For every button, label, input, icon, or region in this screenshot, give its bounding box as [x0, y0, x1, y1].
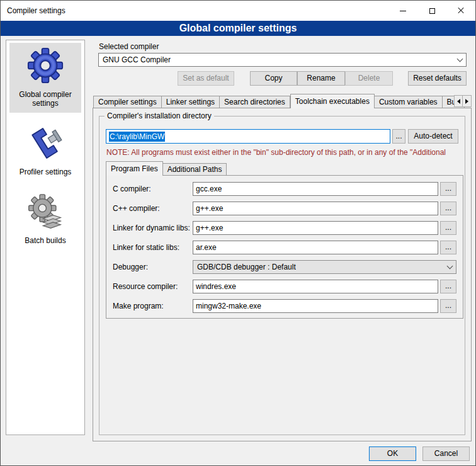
installation-directory-group-title: Compiler's installation directory: [105, 111, 214, 120]
selected-compiler-dropdown[interactable]: GNU GCC Compiler: [98, 53, 467, 67]
minimize-button[interactable]: [388, 1, 417, 21]
installation-directory-selected-text: C:\raylib\MinGW: [109, 132, 165, 142]
field-row-make-program: Make program: ...: [113, 299, 456, 313]
tab-linker-settings[interactable]: Linker settings: [162, 96, 220, 108]
arrow-right-icon: [465, 99, 468, 104]
cpp-compiler-label: C++ compiler:: [113, 204, 193, 213]
resource-compiler-label: Resource compiler:: [113, 282, 193, 291]
sidebar-item-label: Global compiler settings: [11, 90, 80, 108]
tab-scroll-right-button[interactable]: [463, 95, 472, 107]
cpp-compiler-input[interactable]: [193, 202, 438, 215]
sidebar-item-batch-builds[interactable]: Batch builds: [9, 190, 81, 250]
settings-sidebar: Global compiler settings Profiler settin…: [6, 40, 85, 435]
titlebar: Compiler settings: [1, 1, 475, 21]
debugger-value: GDB/CDB debugger : Default: [197, 263, 296, 271]
blue-gear-icon: [26, 46, 65, 85]
caption-buttons: [388, 1, 475, 21]
installation-directory-groupbox: Compiler's installation directory C:\ray…: [99, 116, 465, 435]
chevron-down-icon: [453, 54, 466, 66]
page-title: Global compiler settings: [1, 21, 475, 36]
grey-gear-stack-icon: [26, 193, 64, 231]
installation-directory-row: C:\raylib\MinGW ... Auto-detect: [106, 129, 458, 144]
maximize-button[interactable]: [417, 1, 446, 21]
make-program-input[interactable]: [193, 299, 438, 313]
field-row-static-linker: Linker for static libs: ...: [113, 241, 456, 254]
maximize-icon: [429, 8, 435, 14]
browse-directory-button[interactable]: ...: [392, 129, 405, 144]
minimize-icon: [400, 11, 406, 11]
field-row-debugger: Debugger: GDB/CDB debugger : Default: [113, 260, 456, 274]
tab-custom-variables[interactable]: Custom variables: [375, 96, 443, 108]
ok-button[interactable]: OK: [369, 446, 416, 461]
static-linker-input[interactable]: [193, 241, 438, 254]
dynamic-linker-label: Linker for dynamic libs:: [113, 224, 193, 232]
window-title: Compiler settings: [7, 6, 65, 15]
settings-tab-bar: Compiler settings Linker settings Search…: [93, 94, 472, 108]
tab-compiler-settings[interactable]: Compiler settings: [93, 96, 162, 108]
field-row-resource-compiler: Resource compiler: ...: [113, 280, 456, 293]
c-compiler-input[interactable]: [193, 182, 438, 196]
rename-button[interactable]: Rename: [297, 71, 345, 86]
tab-additional-paths[interactable]: Additional Paths: [163, 163, 227, 176]
close-icon: [457, 7, 465, 14]
c-compiler-label: C compiler:: [113, 185, 193, 193]
profiler-clamp-icon: [26, 125, 64, 162]
dynamic-linker-input[interactable]: [193, 221, 438, 235]
compiler-settings-dialog: Compiler settings Global compiler settin…: [0, 0, 476, 466]
compiler-actions: Set as default Copy Rename Delete Reset …: [98, 71, 467, 86]
debugger-label: Debugger:: [113, 263, 193, 271]
resource-compiler-browse-button[interactable]: ...: [440, 280, 456, 293]
tab-search-directories[interactable]: Search directories: [220, 96, 290, 108]
sidebar-item-label: Profiler settings: [11, 168, 80, 176]
selected-compiler-value: GNU GCC Compiler: [103, 55, 171, 64]
copy-button[interactable]: Copy: [250, 71, 297, 86]
program-files-tab-bar: Program Files Additional Paths: [106, 161, 227, 176]
cpp-compiler-browse-button[interactable]: ...: [440, 202, 456, 215]
program-files-panel: C compiler: ... C++ compiler: ... Linker…: [106, 175, 463, 319]
set-as-default-button: Set as default: [178, 71, 234, 86]
bin-subdirectory-note: NOTE: All programs must exist either in …: [106, 148, 461, 157]
static-linker-browse-button[interactable]: ...: [440, 241, 456, 254]
toolchain-executables-panel: Compiler's installation directory C:\ray…: [93, 108, 472, 441]
cancel-button[interactable]: Cancel: [422, 446, 470, 461]
sidebar-item-global-compiler-settings[interactable]: Global compiler settings: [9, 43, 81, 113]
tab-scroll-left-button[interactable]: [454, 95, 463, 107]
make-program-label: Make program:: [113, 302, 193, 310]
close-button[interactable]: [446, 1, 475, 21]
tab-toolchain-executables[interactable]: Toolchain executables: [290, 94, 375, 108]
installation-directory-input[interactable]: C:\raylib\MinGW: [106, 129, 390, 144]
arrow-left-icon: [457, 99, 460, 104]
dynamic-linker-browse-button[interactable]: ...: [440, 221, 456, 235]
debugger-dropdown[interactable]: GDB/CDB debugger : Default: [193, 260, 456, 274]
make-program-browse-button[interactable]: ...: [440, 299, 456, 313]
auto-detect-button[interactable]: Auto-detect: [408, 129, 458, 144]
field-row-cpp-compiler: C++ compiler: ...: [113, 202, 456, 215]
sidebar-item-label: Batch builds: [11, 236, 80, 245]
resource-compiler-input[interactable]: [193, 280, 438, 293]
field-row-c-compiler: C compiler: ...: [113, 182, 456, 196]
selected-compiler-label: Selected compiler: [99, 42, 159, 51]
chevron-down-icon: [443, 261, 456, 273]
static-linker-label: Linker for static libs:: [113, 243, 193, 252]
delete-button: Delete: [345, 71, 393, 86]
reset-defaults-button[interactable]: Reset defaults: [408, 71, 467, 86]
field-row-dynamic-linker: Linker for dynamic libs: ...: [113, 221, 456, 235]
tab-scroll-buttons: [454, 95, 472, 107]
sidebar-item-profiler-settings[interactable]: Profiler settings: [9, 122, 81, 181]
tab-program-files[interactable]: Program Files: [106, 161, 163, 176]
c-compiler-browse-button[interactable]: ...: [440, 182, 456, 196]
